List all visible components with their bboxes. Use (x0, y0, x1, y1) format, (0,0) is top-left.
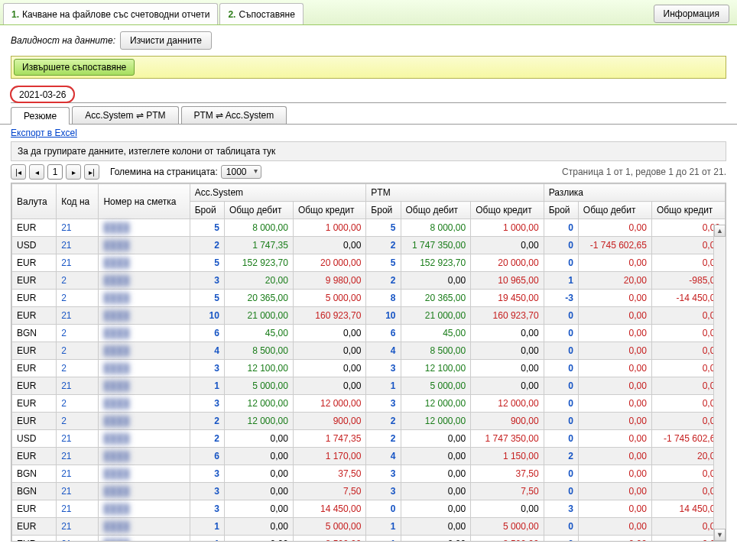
pager-last-button[interactable]: ▸| (84, 164, 99, 180)
cell[interactable]: 21 (57, 483, 99, 500)
cell[interactable]: 2 (57, 342, 99, 360)
cell[interactable]: 21 (57, 377, 99, 395)
col-code[interactable]: Код на (57, 184, 99, 219)
cell[interactable]: 21 (57, 518, 99, 536)
cell: 5 000,00 (293, 518, 365, 536)
pager-prev-button[interactable]: ◂ (29, 164, 44, 180)
table-row[interactable]: EUR2████520 365,005 000,00820 365,0019 4… (12, 290, 726, 307)
cell: 4 (366, 448, 401, 465)
cell: 0,00 (293, 342, 365, 360)
table-row[interactable]: EUR21████10,008 500,0010,008 500,0000,00… (12, 536, 726, 542)
tab-resume[interactable]: Резюме (11, 107, 70, 125)
col-account[interactable]: Номер на сметка (99, 184, 190, 219)
export-excel-link[interactable]: Експорт в Excel (11, 128, 77, 138)
table-row[interactable]: BGN21████30,0037,5030,0037,5000,000,00 (12, 465, 726, 483)
cell[interactable]: 2 (57, 325, 99, 342)
cell: 0 (544, 430, 578, 448)
col-acc-count[interactable]: Брой (190, 202, 224, 219)
col-ptm-count[interactable]: Брой (366, 202, 401, 219)
table-row[interactable]: EUR21████1021 000,00160 923,701021 000,0… (12, 307, 726, 325)
table-row[interactable]: EUR21████58 000,001 000,0058 000,001 000… (12, 219, 726, 237)
cell: 10 (190, 307, 224, 325)
cell: 3 (190, 465, 224, 483)
col-diff-count[interactable]: Брой (544, 202, 578, 219)
group-by-hint[interactable]: За да групирате данните, изтеглете колон… (11, 141, 726, 161)
cell: 0,00 (224, 430, 293, 448)
table-row[interactable]: USD21████20,001 747,3520,001 747 350,000… (12, 430, 726, 448)
cell[interactable]: 21 (57, 254, 99, 272)
col-acc-credit[interactable]: Общо кредит (293, 202, 365, 219)
col-diff-credit[interactable]: Общо кредит (651, 202, 725, 219)
run-compare-button[interactable]: Извършете съпоставяне (14, 59, 135, 76)
cell: ████ (99, 272, 190, 290)
table-row[interactable]: EUR2████212 000,00900,00212 000,00900,00… (12, 413, 726, 430)
table-row[interactable]: EUR21████15 000,000,0015 000,000,0000,00… (12, 377, 726, 395)
cell: 5 (190, 290, 224, 307)
step-tab-1[interactable]: 1. Качване на файлове със счетоводни отч… (3, 3, 218, 24)
col-group-diff[interactable]: Разлика (544, 184, 725, 202)
pager-first-button[interactable]: |◂ (11, 164, 26, 180)
cell[interactable]: 21 (57, 219, 99, 237)
table-row[interactable]: BGN2████645,000,00645,000,0000,000,00 (12, 325, 726, 342)
table-row[interactable]: EUR2████320,009 980,0020,0010 965,00120,… (12, 272, 726, 290)
col-ptm-debit[interactable]: Общо дебит (401, 202, 471, 219)
cell[interactable]: 2 (57, 395, 99, 413)
cell[interactable]: 21 (57, 448, 99, 465)
cell: 19 450,00 (471, 290, 544, 307)
table-row[interactable]: BGN21████30,007,5030,007,5000,000,00 (12, 483, 726, 500)
info-button[interactable]: Информация (654, 5, 729, 23)
cell: 0,00 (578, 254, 651, 272)
table-row[interactable]: EUR21████30,0014 450,0000,000,0030,0014 … (12, 500, 726, 518)
step-tab-2[interactable]: 2. Съпоставяне (219, 3, 303, 24)
col-currency[interactable]: Валута (12, 184, 57, 219)
cell[interactable]: 21 (57, 536, 99, 542)
table-row[interactable]: EUR2████312 100,000,00312 100,000,0000,0… (12, 360, 726, 377)
cell[interactable]: 21 (57, 430, 99, 448)
cell: 12 000,00 (293, 395, 365, 413)
table-row[interactable]: EUR21████60,001 170,0040,001 150,0020,00… (12, 448, 726, 465)
cell[interactable]: 21 (57, 307, 99, 325)
cell: 0,00 (293, 377, 365, 395)
cell: 5 000,00 (224, 377, 293, 395)
cell: 0 (366, 500, 401, 518)
cell[interactable]: 21 (57, 465, 99, 483)
vertical-scrollbar[interactable]: ▲ ▼ (713, 225, 726, 541)
cell[interactable]: 2 (57, 290, 99, 307)
cell: EUR (12, 500, 57, 518)
clear-data-button[interactable]: Изчисти данните (120, 31, 212, 50)
cell: 8 500,00 (471, 536, 544, 542)
tab-acc-to-ptm[interactable]: Acc.System ⇌ PTM (72, 106, 178, 124)
cell: 0,00 (578, 307, 651, 325)
cell[interactable]: 21 (57, 500, 99, 518)
cell[interactable]: 2 (57, 272, 99, 290)
cell: 0,00 (578, 325, 651, 342)
cell[interactable]: 2 (57, 413, 99, 430)
cell: ████ (99, 325, 190, 342)
cell: 5 000,00 (471, 518, 544, 536)
cell: 7,50 (293, 483, 365, 500)
col-group-ptm[interactable]: PTM (366, 184, 544, 202)
cell: 0,00 (293, 237, 365, 254)
table-row[interactable]: EUR21████5152 923,7020 000,005152 923,70… (12, 254, 726, 272)
cell: 0 (544, 536, 578, 542)
cell[interactable]: 2 (57, 360, 99, 377)
scroll-down-icon[interactable]: ▼ (714, 529, 726, 541)
scroll-up-icon[interactable]: ▲ (714, 225, 726, 237)
col-diff-debit[interactable]: Общо дебит (578, 202, 651, 219)
cell: 0,00 (578, 483, 651, 500)
col-ptm-credit[interactable]: Общо кредит (471, 202, 544, 219)
date-tab[interactable]: 2021-03-26 (11, 86, 74, 102)
table-row[interactable]: USD21████21 747,350,0021 747 350,000,000… (12, 237, 726, 254)
cell: ████ (99, 307, 190, 325)
table-row[interactable]: EUR2████48 500,000,0048 500,000,0000,000… (12, 342, 726, 360)
cell: 37,50 (293, 465, 365, 483)
page-size-select[interactable]: 1000 (221, 165, 261, 179)
pager-page-input[interactable] (47, 164, 63, 180)
tab-ptm-to-acc[interactable]: PTM ⇌ Acc.System (181, 106, 287, 124)
pager-next-button[interactable]: ▸ (66, 164, 81, 180)
col-acc-debit[interactable]: Общо дебит (224, 202, 293, 219)
col-group-acc[interactable]: Acc.System (190, 184, 366, 202)
table-row[interactable]: EUR2████312 000,0012 000,00312 000,0012 … (12, 395, 726, 413)
cell[interactable]: 21 (57, 237, 99, 254)
table-row[interactable]: EUR21████10,005 000,0010,005 000,0000,00… (12, 518, 726, 536)
